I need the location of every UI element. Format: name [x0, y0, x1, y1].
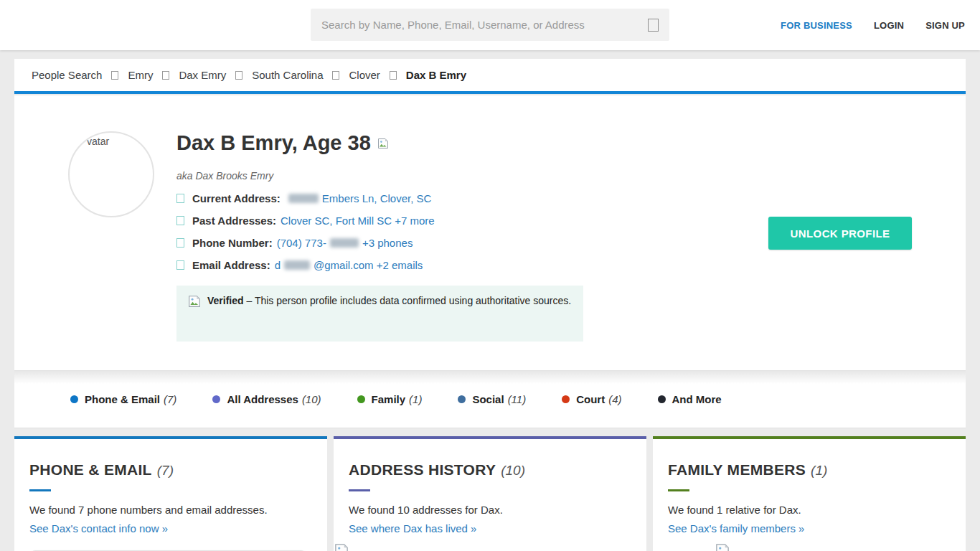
- card-text: We found 10 addresses for Dax.: [349, 504, 629, 516]
- page-title: Dax B Emry, Age 38: [176, 131, 371, 155]
- card-count: (10): [501, 463, 525, 479]
- card-text: We found 1 relative for Dax.: [668, 504, 948, 516]
- current-address-link[interactable]: Embers Ln, Clover, SC: [322, 193, 432, 204]
- search-bar[interactable]: [311, 9, 669, 41]
- verified-text: Verified – This person profile includes …: [207, 295, 571, 306]
- legend-count: (11): [508, 393, 527, 405]
- breadcrumb-separator-icon: [235, 71, 242, 80]
- card-title: ADDRESS HISTORY: [349, 461, 496, 479]
- legend-count: (7): [164, 393, 176, 405]
- family-members-card: FAMILY MEMBERS (1) We found 1 relative f…: [653, 436, 966, 551]
- more-phones-link[interactable]: +3 phones: [362, 237, 413, 248]
- breadcrumb-separator-icon: [162, 71, 169, 80]
- breadcrumb-separator-icon: [111, 71, 118, 80]
- legend-count: (10): [302, 393, 321, 405]
- all-addresses-dot-icon: [212, 395, 220, 403]
- address-history-link[interactable]: See where Dax has lived »: [349, 522, 476, 534]
- card-count: (1): [811, 463, 827, 479]
- verified-broken-image-icon: [188, 295, 201, 308]
- email-icon: [176, 260, 184, 270]
- email-link[interactable]: d: [275, 260, 281, 270]
- signup-link[interactable]: SIGN UP: [925, 20, 965, 31]
- phone-email-dot-icon: [70, 395, 78, 403]
- breadcrumb-south-carolina[interactable]: South Carolina: [252, 69, 323, 81]
- card-title: PHONE & EMAIL: [29, 461, 152, 479]
- legend-label: Phone & Email: [85, 393, 160, 405]
- address-icon: [176, 194, 184, 203]
- family-dot-icon: [357, 395, 365, 403]
- legend-label: Family: [372, 393, 406, 405]
- phone-email-card: PHONE & EMAIL (7) We found 7 phone numbe…: [14, 436, 327, 551]
- summary-cards-row: PHONE & EMAIL (7) We found 7 phone numbe…: [14, 436, 966, 551]
- legend-family[interactable]: Family (1): [357, 393, 423, 405]
- verified-title: Verified: [207, 295, 244, 306]
- avatar-alt-text: vatar: [87, 136, 109, 147]
- aka-line: aka Dax Brooks Emry: [176, 170, 912, 182]
- more-emails-link[interactable]: @gmail.com +2 emails: [314, 260, 423, 270]
- past-addresses-link[interactable]: Clover SC, Fort Mill SC +7 more: [281, 215, 435, 226]
- email-address-row: Email Address: d @gmail.com +2 emails: [176, 260, 912, 270]
- card-accent-dash: [668, 489, 689, 491]
- breadcrumb: People Search Emry Dax Emry South Caroli…: [14, 59, 966, 94]
- breadcrumb-people-search[interactable]: People Search: [32, 69, 102, 81]
- legend-label: Court: [576, 393, 605, 405]
- card-text: We found 7 phone numbers and email addre…: [29, 504, 310, 516]
- court-dot-icon: [562, 395, 570, 403]
- card-title: FAMILY MEMBERS: [668, 461, 806, 479]
- section-legend: Phone & Email (7) All Addresses (10) Fam…: [14, 371, 966, 428]
- breadcrumb-dax-emry[interactable]: Dax Emry: [179, 69, 226, 81]
- legend-count: (4): [608, 393, 621, 405]
- detail-label: Past Addresses:: [192, 215, 276, 226]
- for-business-link[interactable]: FOR BUSINESS: [781, 20, 852, 31]
- broken-image-icon: [715, 543, 730, 551]
- legend-phone-email[interactable]: Phone & Email (7): [70, 393, 176, 405]
- and-more-dot-icon: [658, 395, 666, 403]
- redacted-text: [284, 260, 310, 270]
- detail-label: Phone Number:: [192, 237, 273, 248]
- legend-all-addresses[interactable]: All Addresses (10): [212, 393, 321, 405]
- card-count: (7): [157, 463, 174, 479]
- phone-link[interactable]: (704) 773-: [277, 237, 326, 248]
- current-address-row: Current Address: Embers Ln, Clover, SC: [176, 193, 912, 204]
- broken-image-icon: [334, 543, 349, 551]
- detail-label: Email Address:: [192, 260, 270, 270]
- contact-info-link[interactable]: See Dax's contact info now »: [29, 522, 168, 534]
- broken-image-icon: [377, 138, 389, 149]
- legend-social[interactable]: Social (11): [458, 393, 526, 405]
- legend-label: All Addresses: [227, 393, 298, 405]
- legend-count: (1): [409, 393, 422, 405]
- family-members-link[interactable]: See Dax's family members »: [668, 522, 804, 534]
- login-link[interactable]: LOGIN: [874, 20, 904, 31]
- verified-banner: Verified – This person profile includes …: [176, 286, 583, 342]
- breadcrumb-separator-icon: [332, 71, 339, 80]
- avatar: vatar: [68, 131, 154, 217]
- legend-label: Social: [472, 393, 504, 405]
- redacted-text: [330, 238, 359, 248]
- social-dot-icon: [458, 395, 466, 403]
- breadcrumb-separator-icon: [390, 71, 397, 80]
- breadcrumb-current: Dax B Emry: [406, 69, 466, 81]
- legend-court[interactable]: Court (4): [562, 393, 621, 405]
- address-history-card: ADDRESS HISTORY (10) We found 10 address…: [334, 436, 646, 551]
- redacted-text: [288, 194, 319, 203]
- search-input[interactable]: [321, 19, 648, 31]
- profile-card: vatar Dax B Emry, Age 38 aka Dax Brooks …: [14, 95, 966, 371]
- card-accent-dash: [349, 489, 370, 491]
- broken-search-icon: [648, 19, 659, 32]
- card-accent-dash: [29, 489, 51, 491]
- header-nav: FOR BUSINESS LOGIN SIGN UP: [781, 0, 965, 50]
- phone-icon: [176, 238, 184, 248]
- verified-description: – This person profile includes data conf…: [246, 295, 571, 306]
- address-icon: [176, 216, 184, 225]
- detail-label: Current Address:: [192, 193, 281, 204]
- breadcrumb-emry[interactable]: Emry: [128, 69, 153, 81]
- profile-info: Dax B Emry, Age 38 aka Dax Brooks Emry C…: [176, 131, 912, 370]
- breadcrumb-clover[interactable]: Clover: [349, 69, 380, 81]
- legend-label: And More: [672, 393, 722, 405]
- top-header: FOR BUSINESS LOGIN SIGN UP: [0, 0, 980, 50]
- legend-and-more[interactable]: And More: [658, 393, 722, 405]
- unlock-profile-button[interactable]: UNLOCK PROFILE: [768, 217, 912, 250]
